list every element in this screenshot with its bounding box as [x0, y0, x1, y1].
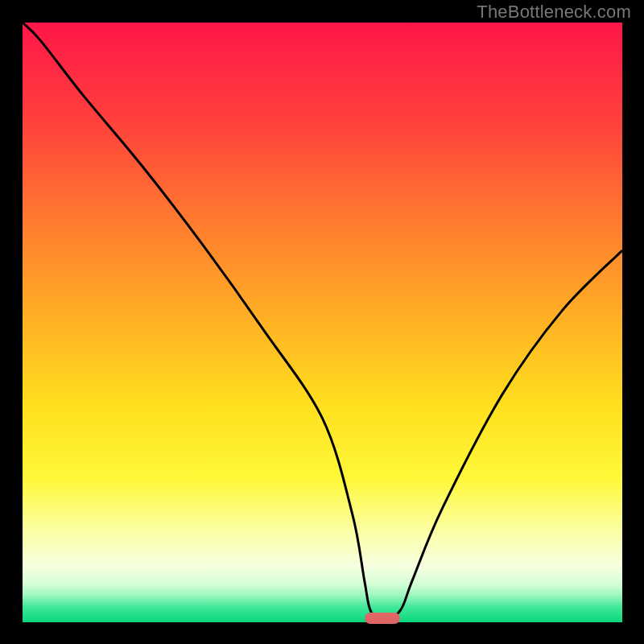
plot-area	[23, 23, 622, 622]
brand-watermark: TheBottleneck.com	[477, 2, 631, 23]
bottleneck-curve	[23, 23, 622, 622]
chart-frame: TheBottleneck.com	[0, 0, 644, 644]
minimum-marker	[365, 613, 401, 624]
